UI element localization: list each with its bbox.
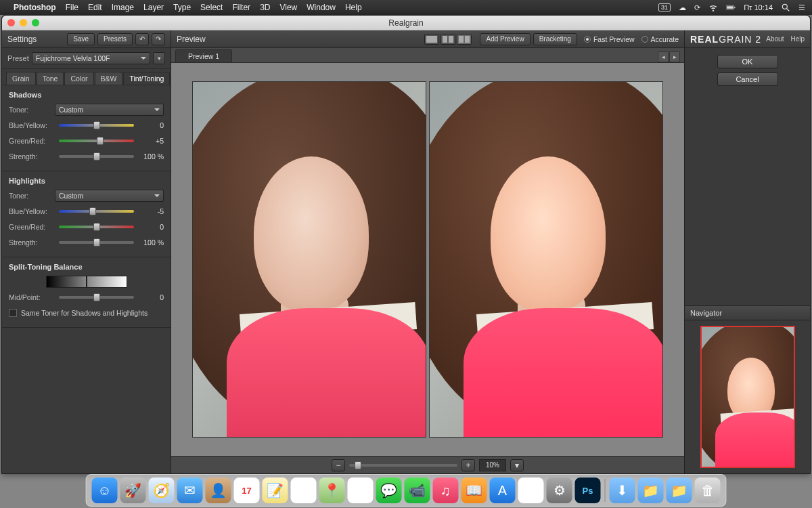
menubar-notifications-icon[interactable]: ☰ bbox=[798, 3, 805, 12]
dock-itunes-icon[interactable]: ♫ bbox=[433, 478, 459, 503]
preset-menu-button[interactable]: ▾ bbox=[153, 52, 165, 64]
zoom-menu-button[interactable]: ▾ bbox=[510, 459, 524, 471]
tab-tint-toning[interactable]: Tint/Toning bbox=[123, 72, 170, 85]
dock-launchpad-icon[interactable]: 🚀 bbox=[120, 478, 146, 503]
tab-tone[interactable]: Tone bbox=[37, 72, 64, 85]
dock-calendar-icon[interactable]: 17 bbox=[234, 478, 260, 503]
settings-panel: Settings Save Presets ↶ ↷ Preset Fujichr… bbox=[2, 30, 171, 473]
accurate-radio[interactable]: Accurate bbox=[641, 35, 679, 43]
preview-tab-1[interactable]: Preview 1 bbox=[175, 49, 232, 62]
dock-photos-icon[interactable]: ✿ bbox=[348, 478, 374, 503]
shadows-slider-0[interactable] bbox=[59, 121, 134, 130]
dock-folder1-icon[interactable]: 📁 bbox=[638, 478, 664, 503]
about-link[interactable]: About bbox=[766, 35, 784, 43]
fast-preview-radio[interactable]: Fast Preview bbox=[584, 35, 635, 43]
window-close-button[interactable] bbox=[7, 19, 15, 26]
zoom-out-button[interactable]: − bbox=[332, 459, 345, 471]
highlights-slider-2[interactable] bbox=[59, 238, 134, 247]
window-titlebar[interactable]: Realgrain bbox=[2, 16, 810, 30]
menu-3d[interactable]: 3D bbox=[260, 3, 270, 12]
menu-select[interactable]: Select bbox=[200, 3, 223, 12]
dock-notes-icon[interactable]: 📝 bbox=[263, 478, 288, 503]
undo-button[interactable]: ↶ bbox=[135, 33, 149, 45]
zoom-in-button[interactable]: + bbox=[461, 459, 475, 471]
highlights-label-1: Green/Red: bbox=[9, 223, 55, 231]
shadows-toner-dropdown[interactable]: Custom bbox=[55, 104, 164, 116]
dock-finder-icon[interactable]: ☺ bbox=[92, 478, 118, 503]
highlights-gradient-preview bbox=[87, 276, 127, 288]
preview-tab-next[interactable]: ▸ bbox=[669, 51, 680, 62]
menu-filter[interactable]: Filter bbox=[232, 3, 250, 12]
preview-tab-prev[interactable]: ◂ bbox=[658, 51, 669, 62]
menubar-date-icon[interactable]: 31 bbox=[658, 3, 671, 12]
dock-reminders-icon[interactable]: ☰ bbox=[291, 478, 317, 503]
dock-safari-icon[interactable]: 🧭 bbox=[149, 478, 175, 503]
svg-line-4 bbox=[787, 9, 790, 12]
save-button[interactable]: Save bbox=[67, 33, 95, 45]
menubar-cloud-icon[interactable]: ☁ bbox=[679, 3, 686, 12]
menubar-spotlight-icon[interactable] bbox=[781, 3, 790, 12]
menubar-clock[interactable]: Πτ 10:14 bbox=[744, 3, 773, 12]
preset-label: Preset bbox=[7, 54, 29, 62]
highlights-toner-dropdown[interactable]: Custom bbox=[55, 190, 164, 202]
view-split-horizontal-button[interactable] bbox=[441, 34, 455, 45]
dock-appstore-icon[interactable]: A bbox=[490, 478, 516, 503]
presets-button[interactable]: Presets bbox=[97, 33, 133, 45]
preview-panel: Preview Add Preview Bracketing Fast Prev… bbox=[171, 30, 684, 473]
view-single-button[interactable] bbox=[424, 34, 439, 45]
dock-mail-icon[interactable]: ✉ bbox=[177, 478, 203, 503]
dock-preview-app-icon[interactable]: 🖼 bbox=[518, 478, 544, 503]
zoom-bar: − + 10% ▾ bbox=[171, 456, 684, 473]
view-split-vertical-button[interactable] bbox=[457, 34, 472, 45]
tab-bw[interactable]: B&W bbox=[95, 72, 123, 85]
menubar-wifi-icon[interactable] bbox=[708, 3, 718, 12]
cancel-button[interactable]: Cancel bbox=[717, 72, 778, 86]
dock-contacts-icon[interactable]: 👤 bbox=[206, 478, 231, 503]
same-toner-checkbox[interactable] bbox=[9, 309, 17, 317]
menu-image[interactable]: Image bbox=[112, 3, 134, 12]
dock-downloads-icon[interactable]: ⬇ bbox=[610, 478, 635, 503]
menu-layer[interactable]: Layer bbox=[143, 3, 164, 12]
tab-color[interactable]: Color bbox=[64, 72, 93, 85]
shadows-slider-2[interactable] bbox=[59, 152, 134, 161]
preset-dropdown[interactable]: Fujichrome Velvla 100F bbox=[32, 52, 150, 64]
menubar-sync-icon[interactable]: ⟳ bbox=[694, 3, 700, 12]
dock-messages-icon[interactable]: 💬 bbox=[376, 478, 402, 503]
preview-viewport[interactable] bbox=[171, 63, 684, 456]
menu-window[interactable]: Window bbox=[307, 3, 336, 12]
shadows-slider-1[interactable] bbox=[59, 136, 134, 146]
ok-button[interactable]: OK bbox=[717, 55, 778, 68]
navigator-panel: Navigator bbox=[685, 305, 810, 473]
shadows-value-2: 100 % bbox=[138, 152, 164, 161]
highlights-title: Highlights bbox=[9, 177, 164, 185]
window-zoom-button[interactable] bbox=[32, 19, 39, 26]
midpoint-slider[interactable] bbox=[59, 293, 134, 302]
menu-type[interactable]: Type bbox=[173, 3, 191, 12]
window-minimize-button[interactable] bbox=[20, 19, 27, 26]
app-name[interactable]: Photoshop bbox=[14, 3, 56, 12]
dock-system-prefs-icon[interactable]: ⚙ bbox=[547, 478, 572, 503]
redo-button[interactable]: ↷ bbox=[152, 33, 165, 45]
dock-photoshop-icon[interactable]: Ps bbox=[575, 478, 601, 503]
menu-edit[interactable]: Edit bbox=[88, 3, 102, 12]
menu-view[interactable]: View bbox=[279, 3, 297, 12]
dock-folder2-icon[interactable]: 📁 bbox=[667, 478, 692, 503]
navigator-title: Navigator bbox=[685, 306, 810, 320]
help-link[interactable]: Help bbox=[790, 35, 805, 43]
dock-trash-icon[interactable]: 🗑 bbox=[695, 478, 721, 503]
plugin-window: Realgrain Settings Save Presets ↶ ↷ Pres… bbox=[1, 15, 811, 474]
menubar-battery-icon[interactable] bbox=[726, 3, 736, 12]
menu-help[interactable]: Help bbox=[345, 3, 362, 12]
add-preview-button[interactable]: Add Preview bbox=[480, 33, 530, 45]
navigator-thumbnail[interactable] bbox=[700, 326, 795, 468]
bracketing-button[interactable]: Bracketing bbox=[533, 33, 577, 45]
highlights-slider-1[interactable] bbox=[59, 222, 134, 232]
dock-facetime-icon[interactable]: 📹 bbox=[405, 478, 430, 503]
menu-file[interactable]: File bbox=[66, 3, 78, 12]
tab-grain[interactable]: Grain bbox=[6, 72, 36, 85]
dock-ibooks-icon[interactable]: 📖 bbox=[461, 478, 487, 503]
shadows-label-1: Green/Red: bbox=[9, 137, 55, 145]
highlights-slider-0[interactable] bbox=[59, 207, 134, 216]
dock-maps-icon[interactable]: 📍 bbox=[319, 478, 345, 503]
zoom-slider[interactable] bbox=[349, 464, 457, 467]
